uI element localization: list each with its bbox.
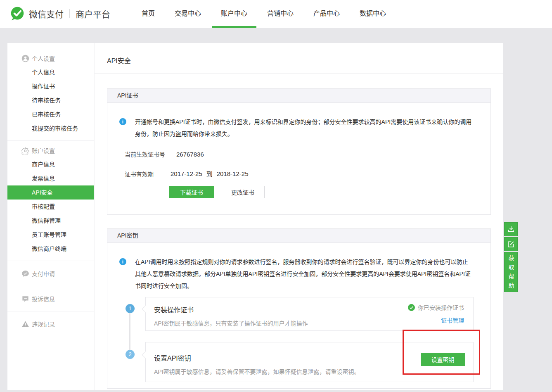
main-content: API安全 API证书 开通帐号和更换API证书时，由微信支付签发，用来标 xyxy=(94,43,503,390)
user-icon xyxy=(21,55,29,62)
sidebar-group-title-account[interactable]: 账户设置 xyxy=(7,143,94,157)
sidebar-item-pending-review[interactable]: 待审核任务 xyxy=(7,93,94,107)
platform-name: 商户平台 xyxy=(76,7,110,20)
sidebar-group-title-payment-apply[interactable]: 支付申请 xyxy=(7,266,94,280)
chat-bubble-icon xyxy=(21,295,29,303)
helper-download-button[interactable] xyxy=(504,222,518,236)
step-connector-line xyxy=(129,313,130,350)
change-cert-button[interactable]: 更改证书 xyxy=(221,186,265,198)
nav-marketing-center[interactable]: 营销中心 xyxy=(258,0,303,28)
top-header: 微信支付 商户平台 首页 交易中心 账户中心 营销中心 产品中心 数据中心 xyxy=(0,0,552,28)
step-1-status-text: 你已安装操作证书 xyxy=(418,303,464,311)
sidebar-group-payment-apply: 支付申请 xyxy=(7,261,94,286)
nav-product-center[interactable]: 产品中心 xyxy=(304,0,349,28)
cert-validity-row: 证书有效期 2017-12-25 到 2018-12-25 xyxy=(125,169,474,178)
step-set-api-key: 2 设置API密钥 API密钥属于敏感信息，请妥善保管不要泄露，如果怀疑信息泄露… xyxy=(119,342,474,382)
brand-logo: 微信支付 商户平台 xyxy=(10,6,110,21)
helper-get-help-button[interactable]: 获取帮助 xyxy=(504,252,518,292)
info-icon xyxy=(119,258,126,265)
info-icon xyxy=(119,118,126,125)
api-key-card: API密钥 在API调用时用来按照指定规则对你的请求参数进行签名，服务器收到你的… xyxy=(107,228,491,389)
content-panel: 个人设置 个人信息 操作证书 待审核任务 已审核任务 我提交的审核任务 账户设置… xyxy=(7,43,503,390)
sidebar: 个人设置 个人信息 操作证书 待审核任务 已审核任务 我提交的审核任务 账户设置… xyxy=(7,43,94,390)
step-2-title: 设置API密钥 xyxy=(154,353,465,363)
sidebar-item-merchant-terminal[interactable]: 微信商户终端 xyxy=(7,242,94,256)
step-2-badge: 2 xyxy=(126,350,135,359)
key-setup-steps: 1 安装操作证书 API密钥属于敏感信息，只有安装了操作证书的用户才能操作 xyxy=(119,297,474,388)
step-1-status: 你已安装操作证书 证书管理 xyxy=(408,303,464,324)
cert-info-text: 开通帐号和更换API证书时，由微信支付签发，用来标识和界定你的身份；部分安全性要… xyxy=(135,116,474,140)
step-2-notch xyxy=(142,352,149,359)
sidebar-group-personal-settings: 个人设置 个人信息 操作证书 待审核任务 已审核任务 我提交的审核任务 xyxy=(7,51,94,140)
edit-icon xyxy=(507,240,515,248)
step-1-status-line: 你已安装操作证书 xyxy=(408,303,464,311)
top-nav: 首页 交易中心 账户中心 营销中心 产品中心 数据中心 xyxy=(133,0,397,28)
cert-buttons-row: 下载证书 更改证书 xyxy=(169,186,474,198)
cert-manage-link[interactable]: 证书管理 xyxy=(441,316,464,324)
sidebar-group-title-complaints[interactable]: 投诉信息 xyxy=(7,292,94,306)
sidebar-item-operation-cert[interactable]: 操作证书 xyxy=(7,79,94,93)
sidebar-group-complaints: 投诉信息 xyxy=(7,286,94,311)
cert-number-row: 当前生效证书号 26767836 xyxy=(125,150,474,158)
page-background: 个人设置 个人信息 操作证书 待审核任务 已审核任务 我提交的审核任务 账户设置… xyxy=(0,28,552,392)
sidebar-item-reviewed[interactable]: 已审核任务 xyxy=(7,107,94,121)
api-key-card-title: API密钥 xyxy=(107,229,490,243)
sidebar-item-review-config[interactable]: 审核配置 xyxy=(7,200,94,214)
nav-transaction-center[interactable]: 交易中心 xyxy=(166,0,210,28)
helper-feedback-button[interactable] xyxy=(504,237,518,251)
nav-account-center[interactable]: 账户中心 xyxy=(212,0,256,28)
api-key-card-body: 在API调用时用来按照指定规则对你的请求参数进行签名，服务器收到你的请求时会进行… xyxy=(107,243,490,388)
step-2-desc: API密钥属于敏感信息，请妥善保管不要泄露，如果怀疑信息泄露，请重设密钥。 xyxy=(154,367,465,375)
sidebar-item-personal-info[interactable]: 个人信息 xyxy=(7,65,94,79)
download-cert-button[interactable]: 下载证书 xyxy=(169,186,214,198)
sidebar-group-account-settings: 账户设置 商户信息 发票信息 API安全 审核配置 微信群管理 员工账号管理 微… xyxy=(7,140,94,261)
cert-info-row: 开通帐号和更换API证书时，由微信支付签发，用来标识和界定你的身份；部分安全性要… xyxy=(119,116,474,140)
step-1-badge: 1 xyxy=(126,304,135,313)
cert-number-value: 26767836 xyxy=(176,151,204,158)
step-1-box: 安装操作证书 API密钥属于敏感信息，只有安装了操作证书的用户才能操作 xyxy=(145,297,474,331)
key-info-row: 在API调用时用来按照指定规则对你的请求参数进行签名，服务器收到你的请求时会进行… xyxy=(119,256,474,292)
warning-triangle-icon xyxy=(21,320,29,328)
sidebar-group-violations: 违规记录 xyxy=(7,311,94,336)
step-install-cert: 1 安装操作证书 API密钥属于敏感信息，只有安装了操作证书的用户才能操作 xyxy=(119,297,474,331)
brand-name: 微信支付 xyxy=(29,7,64,20)
cert-validity-label: 证书有效期 xyxy=(125,170,171,178)
sidebar-group-title-violations[interactable]: 违规记录 xyxy=(7,317,94,331)
sidebar-item-merchant-info[interactable]: 商户信息 xyxy=(7,157,94,171)
sidebar-item-staff-account[interactable]: 员工账号管理 xyxy=(7,228,94,242)
api-cert-card: API证书 开通帐号和更换API证书时，由微信支付签发，用来标识和界定你的身份；… xyxy=(107,88,491,215)
wechat-pay-logo-icon xyxy=(10,6,25,21)
nav-home[interactable]: 首页 xyxy=(133,0,164,28)
page-content: API证书 开通帐号和更换API证书时，由微信支付签发，用来标识和界定你的身份；… xyxy=(95,74,503,389)
api-cert-card-title: API证书 xyxy=(107,89,490,103)
api-cert-card-body: 开通帐号和更换API证书时，由微信支付签发，用来标识和界定你的身份；部分安全性要… xyxy=(107,103,490,198)
check-circle-icon xyxy=(408,304,415,311)
cert-validity-from: 2017-12-25 xyxy=(171,170,202,177)
chat-check-icon xyxy=(21,270,29,278)
key-info-text: 在API调用时用来按照指定规则对你的请求参数进行签名，服务器收到你的请求时会进行… xyxy=(135,256,474,292)
set-key-button[interactable]: 设置密钥 xyxy=(421,353,465,366)
step-1-notch xyxy=(142,306,149,313)
cert-validity-joiner: 到 xyxy=(206,169,213,178)
page-title: API安全 xyxy=(95,43,503,65)
nav-data-center[interactable]: 数据中心 xyxy=(351,0,395,28)
step-2-box: 设置API密钥 API密钥属于敏感信息，请妥善保管不要泄露，如果怀疑信息泄露，请… xyxy=(145,342,474,382)
download-icon xyxy=(507,225,515,233)
sidebar-group-title-personal[interactable]: 个人设置 xyxy=(7,51,94,65)
gear-icon xyxy=(21,147,29,154)
floating-helper: 获取帮助 xyxy=(504,222,518,293)
logo-divider xyxy=(69,9,70,18)
sidebar-item-invoice-info[interactable]: 发票信息 xyxy=(7,171,94,185)
sidebar-item-api-security[interactable]: API安全 xyxy=(7,185,94,200)
sidebar-item-my-submitted-review[interactable]: 我提交的审核任务 xyxy=(7,121,94,135)
cert-number-label: 当前生效证书号 xyxy=(125,150,176,158)
cert-validity-to: 2018-12-25 xyxy=(217,170,249,177)
sidebar-item-wechat-group[interactable]: 微信群管理 xyxy=(7,214,94,228)
page-header: API安全 xyxy=(95,43,503,74)
